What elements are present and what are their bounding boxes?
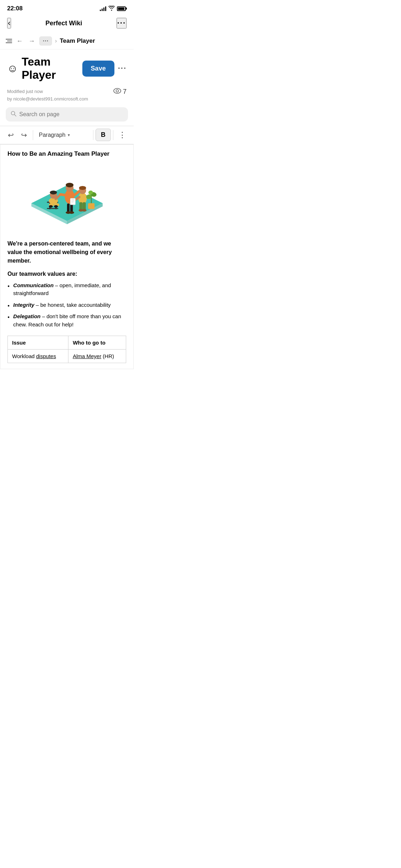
nav-bar: ‹ Perfect Wiki ··· [0, 15, 134, 33]
content-table: Issue Who to go to Workload disputes Alm… [7, 336, 126, 363]
modified-line: Modified just now [7, 88, 88, 95]
breadcrumb-forward-button[interactable]: → [27, 37, 36, 46]
illustration-container [7, 165, 126, 229]
menu-icon[interactable] [6, 39, 12, 43]
toolbar-more-button[interactable]: ⋮ [115, 128, 129, 142]
page-more-button[interactable]: ··· [118, 64, 127, 73]
toolbar-divider-3 [113, 130, 113, 140]
wifi-icon [108, 6, 115, 12]
eye-icon [113, 88, 121, 95]
value-name-integrity: Integrity [13, 302, 34, 308]
svg-point-1 [116, 90, 118, 92]
nav-back-button[interactable]: ‹ [7, 18, 11, 29]
page-views: 7 [113, 88, 127, 95]
svg-rect-38 [71, 201, 74, 201]
content-values-heading: Our teamwork values are: [7, 271, 126, 277]
svg-rect-24 [67, 203, 70, 212]
status-icons [100, 6, 127, 12]
table-header-issue: Issue [8, 336, 68, 350]
status-bar: 22:08 [0, 0, 134, 15]
nav-more-button[interactable]: ··· [117, 18, 127, 29]
signal-icon [100, 6, 106, 11]
table-cell-issue: Workload disputes [8, 350, 68, 363]
toolbar-divider-2 [93, 130, 93, 140]
chevron-down-icon: ▾ [68, 133, 70, 138]
save-button[interactable]: Save [82, 61, 114, 77]
svg-rect-39 [71, 202, 73, 202]
breadcrumb-bar: ← → ··· › Team Player [0, 33, 134, 50]
content-heading: How to Be an Amazing Team Player [7, 150, 126, 157]
bold-button[interactable]: B [96, 129, 111, 141]
table-row: Workload disputes Alma Meyer (HR) [8, 350, 126, 363]
views-count: 7 [123, 88, 127, 95]
breadcrumb-current-page: Team Player [60, 37, 95, 45]
page-header: ☺ Team Player Save ··· [0, 50, 134, 84]
who-text: Alma Meyer (HR) [73, 353, 114, 359]
table-header-who: Who to go to [68, 336, 126, 350]
svg-point-34 [79, 186, 86, 190]
value-name-delegation: Delegation [13, 313, 41, 319]
values-list: Communication – open, immediate, and str… [7, 281, 126, 329]
value-desc-integrity: – be honest, take accountability [36, 302, 110, 308]
page-title: Team Player [22, 55, 82, 82]
search-bar-container [0, 107, 134, 126]
redo-button[interactable]: ↪ [17, 129, 31, 141]
list-item: Integrity – be honest, take accountabili… [7, 301, 126, 309]
svg-line-3 [15, 114, 16, 116]
battery-icon [117, 6, 127, 11]
toolbar-divider-1 [33, 130, 33, 140]
issue-text: Workload disputes [12, 353, 56, 359]
svg-point-18 [54, 205, 58, 207]
svg-point-13 [50, 190, 57, 194]
search-input[interactable] [19, 111, 123, 118]
content-area: How to Be an Amazing Team Player [0, 144, 134, 370]
svg-rect-37 [71, 199, 74, 200]
svg-point-32 [82, 209, 86, 211]
svg-point-27 [69, 211, 74, 214]
editor-toolbar: ↩ ↪ Paragraph ▾ B ⋮ [0, 126, 134, 144]
svg-point-17 [49, 205, 53, 207]
page-meta-text: Modified just now by nicole@devtest991.o… [7, 88, 88, 103]
format-select[interactable]: Paragraph ▾ [35, 130, 91, 140]
breadcrumb-separator: › [55, 38, 57, 44]
breadcrumb-dots-button[interactable]: ··· [39, 36, 52, 46]
page-emoji: ☺ [7, 62, 18, 74]
undo-button[interactable]: ↩ [4, 129, 17, 141]
svg-point-0 [114, 88, 121, 93]
status-time: 22:08 [7, 5, 22, 12]
search-bar[interactable] [6, 107, 128, 122]
svg-point-28 [78, 192, 87, 204]
list-item: Communication – open, immediate, and str… [7, 281, 126, 298]
svg-rect-40 [88, 203, 94, 209]
page-title-row: ☺ Team Player Save ··· [7, 55, 127, 82]
team-illustration [31, 165, 103, 229]
breadcrumb-back-button[interactable]: ← [15, 37, 24, 46]
nav-title: Perfect Wiki [46, 20, 82, 27]
value-name-communication: Communication [13, 282, 53, 288]
svg-rect-10 [47, 208, 58, 209]
format-label: Paragraph [39, 132, 66, 138]
svg-point-21 [66, 183, 73, 187]
page-meta: Modified just now by nicole@devtest991.o… [0, 84, 134, 107]
list-item: Delegation – don't bite off more than yo… [7, 312, 126, 329]
modified-by-line: by nicole@devtest991.onmicrosoft.com [7, 95, 88, 103]
content-intro: We're a person-centered team, and we val… [7, 239, 126, 265]
svg-line-23 [60, 194, 65, 195]
table-cell-who: Alma Meyer (HR) [68, 350, 126, 363]
search-icon [11, 111, 16, 118]
page-title-left: ☺ Team Player [7, 55, 82, 82]
page-actions: Save ··· [82, 61, 127, 77]
